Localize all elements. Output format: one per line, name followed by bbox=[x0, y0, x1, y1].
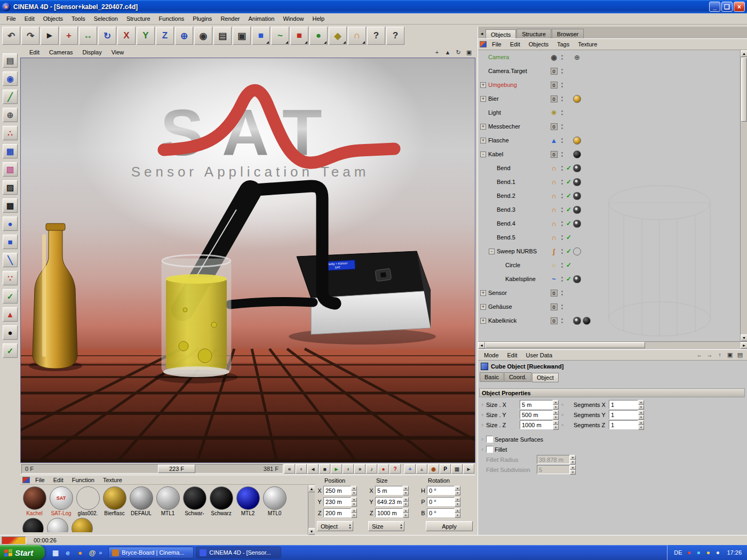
object-tree-scrollbar[interactable]: ▲ ▼ bbox=[740, 50, 747, 341]
keyframe-bullet-icon[interactable]: ○ bbox=[480, 447, 484, 451]
tree-row-camera-target[interactable]: Camera.Target0 bbox=[478, 64, 598, 78]
material-defaul[interactable]: DEFAUL bbox=[128, 486, 154, 516]
toggle-view-icon[interactable]: ▣ bbox=[465, 49, 473, 56]
tree-row-kabelspline[interactable]: Kabelspline~✓ bbox=[478, 272, 598, 286]
keyframe-bullet-icon[interactable]: ○ bbox=[480, 403, 484, 406]
show-desktop-icon[interactable]: ▦ bbox=[50, 547, 61, 558]
coord-rotation-b-input-up[interactable]: ▲ bbox=[455, 508, 460, 513]
dark-sphere-icon[interactable]: ● bbox=[3, 325, 18, 340]
lock-y-axis-icon[interactable]: Y bbox=[137, 27, 155, 45]
collapse-icon[interactable]: - bbox=[489, 249, 495, 254]
modeling-objects-icon[interactable]: ● bbox=[309, 27, 328, 45]
input-segments-x-down[interactable]: ▼ bbox=[638, 405, 644, 410]
start-button[interactable]: Start bbox=[0, 545, 45, 560]
keyframe-bullet-icon[interactable]: ○ bbox=[480, 413, 484, 417]
tree-row-camera[interactable]: Camera◉⊕ bbox=[478, 50, 598, 64]
live-selection-icon[interactable]: ► bbox=[41, 27, 59, 45]
viewport-menu-cameras[interactable]: Cameras bbox=[44, 48, 78, 57]
redo-icon[interactable]: ↷ bbox=[21, 27, 39, 45]
layer-dots[interactable] bbox=[559, 194, 565, 198]
input-segments-x[interactable]: 1 bbox=[609, 400, 638, 409]
expand-icon[interactable]: + bbox=[480, 124, 486, 130]
layer-dots[interactable] bbox=[559, 97, 565, 101]
manager-tab-browser[interactable]: Browser bbox=[552, 29, 584, 38]
eye-tag-icon[interactable] bbox=[573, 206, 581, 214]
enabled-check-icon[interactable]: ✓ bbox=[565, 247, 573, 255]
sound-button[interactable]: ♪ bbox=[366, 464, 377, 474]
keyframe-bullet-icon[interactable]: ○ bbox=[560, 403, 565, 406]
panel-menu-icon[interactable]: ▤ bbox=[736, 351, 744, 358]
picture-viewer-icon[interactable]: ▣ bbox=[233, 27, 251, 45]
coord-size-z-input-spinner[interactable]: ▲▼ bbox=[403, 508, 409, 517]
lock-z-axis-icon[interactable]: Z bbox=[156, 27, 174, 45]
eye-tag-icon[interactable] bbox=[573, 192, 581, 200]
eye-tag-icon[interactable] bbox=[573, 178, 581, 186]
scroll-up-icon[interactable]: ▲ bbox=[308, 485, 315, 492]
keyframe-bullet-icon[interactable]: ○ bbox=[560, 413, 565, 417]
tree-row-geh-use[interactable]: +Gehäuse0 bbox=[478, 300, 598, 314]
play-backward-button[interactable]: ◄ bbox=[307, 464, 319, 474]
keyframe-bullet-icon[interactable]: ○ bbox=[480, 437, 484, 441]
mail-icon[interactable]: @ bbox=[87, 547, 98, 558]
next-key-button[interactable]: › bbox=[343, 464, 354, 474]
coord-position-y-input-spinner[interactable]: ▲▼ bbox=[351, 497, 357, 506]
coord-position-z-input-spinner[interactable]: ▲▼ bbox=[351, 508, 357, 517]
keyframe-bullet-icon[interactable]: ○ bbox=[480, 423, 484, 427]
layer-dots[interactable] bbox=[559, 138, 565, 143]
layer-dots[interactable] bbox=[559, 55, 565, 60]
black-tag-icon[interactable] bbox=[573, 150, 581, 158]
main-menu-structure[interactable]: Structure bbox=[122, 14, 155, 23]
scale-tool-icon[interactable]: ↔ bbox=[79, 27, 97, 45]
coord-position-y-input-up[interactable]: ▲ bbox=[351, 497, 357, 502]
input-size-z-spinner[interactable]: ▲▼ bbox=[553, 420, 559, 429]
spline-primitives-icon[interactable]: ~ bbox=[271, 27, 289, 45]
viewport-menu-display[interactable]: Display bbox=[78, 48, 107, 57]
axis-tag-icon[interactable]: ⊕ bbox=[573, 53, 581, 61]
move-mode-button[interactable]: + bbox=[404, 464, 416, 474]
record-button[interactable]: ● bbox=[378, 464, 389, 474]
tree-row-bend-1[interactable]: Bend.1∩✓ bbox=[478, 175, 598, 189]
parent-up-icon[interactable]: ↑ bbox=[716, 351, 724, 358]
stop-button[interactable]: ■ bbox=[319, 464, 330, 474]
input-size-z[interactable]: 1000 m bbox=[520, 420, 553, 429]
main-menu-objects[interactable]: Objects bbox=[39, 14, 67, 23]
material-menu-file[interactable]: File bbox=[31, 476, 49, 484]
coord-size-x-input-down[interactable]: ▼ bbox=[403, 491, 409, 495]
checkbox-fillet[interactable] bbox=[486, 446, 493, 453]
coord-position-z-input-up[interactable]: ▲ bbox=[351, 508, 357, 513]
material-sat-log[interactable]: SATSAT-Log bbox=[48, 486, 74, 516]
input-size-z-down[interactable]: ▼ bbox=[553, 425, 559, 430]
object-menu-file[interactable]: File bbox=[488, 39, 506, 49]
tree-row-kabelknick[interactable]: +Kabelknick0 bbox=[478, 314, 598, 327]
move-tool-icon[interactable]: + bbox=[60, 27, 78, 45]
coord-position-x-input-up[interactable]: ▲ bbox=[351, 486, 357, 491]
object-axis-icon[interactable]: ⊕ bbox=[3, 108, 18, 122]
coord-rotation-b-input-spinner[interactable]: ▲▼ bbox=[455, 508, 460, 517]
main-menu-edit[interactable]: Edit bbox=[20, 14, 39, 23]
material-sphere[interactable] bbox=[47, 518, 68, 532]
enabled-check-icon[interactable]: ✓ bbox=[565, 261, 573, 269]
tree-row-umgebung[interactable]: +Umgebung0 bbox=[478, 78, 598, 92]
goto-start-button[interactable]: « bbox=[284, 464, 295, 474]
attribute-menu-user-data[interactable]: User Data bbox=[522, 350, 557, 360]
coord-rotation-p-input-spinner[interactable]: ▲▼ bbox=[455, 497, 460, 506]
enabled-check-icon[interactable]: ✓ bbox=[565, 220, 573, 227]
layer-dots[interactable] bbox=[559, 235, 565, 240]
main-menu-window[interactable]: Window bbox=[279, 14, 308, 23]
input-size-x-spinner[interactable]: ▲▼ bbox=[553, 400, 559, 409]
expand-timeline-button[interactable]: ► bbox=[463, 464, 474, 474]
layer-dots[interactable] bbox=[559, 180, 565, 185]
input-segments-y-spinner[interactable]: ▲▼ bbox=[638, 410, 644, 419]
input-size-x[interactable]: 5 m bbox=[520, 400, 553, 409]
coord-size-z-input[interactable]: 1000 m bbox=[375, 508, 403, 517]
main-menu-render[interactable]: Render bbox=[216, 14, 244, 23]
input-segments-z[interactable]: 1 bbox=[609, 420, 638, 429]
enabled-check-icon[interactable]: ✓ bbox=[565, 164, 573, 172]
timeline-layout-icon[interactable]: ▤ bbox=[3, 53, 18, 68]
balls-tag-icon[interactable] bbox=[573, 247, 581, 255]
tree-row-messbecher[interactable]: +Messbecher0 bbox=[478, 119, 598, 133]
coord-size-x-input-spinner[interactable]: ▲▼ bbox=[403, 486, 409, 495]
layer-dots[interactable] bbox=[559, 318, 565, 323]
coord-position-x-input-down[interactable]: ▼ bbox=[351, 491, 357, 495]
scroll-left-icon[interactable]: ◄ bbox=[478, 342, 485, 349]
